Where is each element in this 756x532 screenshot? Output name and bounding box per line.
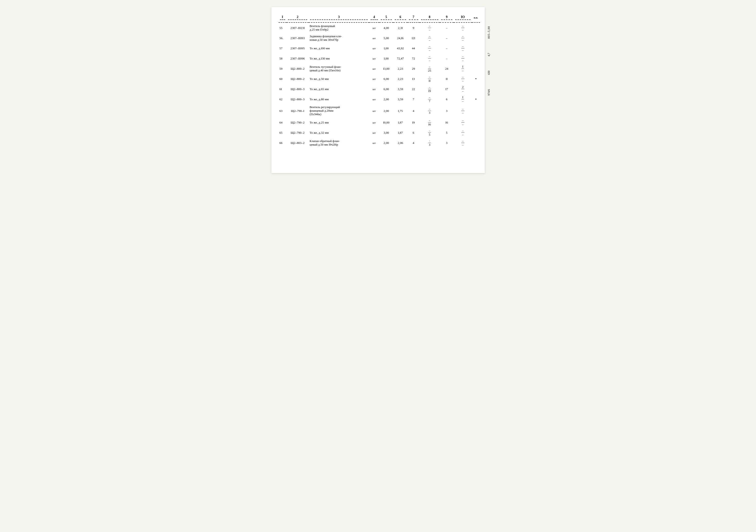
row-code: 2307–II095 [286, 43, 309, 53]
row-unit: шт [369, 23, 379, 33]
row-col9: 3 [440, 104, 454, 117]
margin-label-bottom-top: 430 [487, 71, 491, 75]
table-header: I 2 3 4 5 6 [279, 14, 480, 23]
row-price: 3,59 [393, 94, 408, 104]
row-qty: I,00 [379, 53, 393, 64]
row-col9: – [440, 23, 454, 33]
row-total: 4 [408, 138, 419, 148]
col10-header: IO [454, 14, 472, 22]
row-qty: 2,00 [379, 94, 393, 104]
row-unit: шт [369, 33, 379, 43]
row-qty: I0,00 [379, 117, 393, 127]
col5-header: 5 [379, 14, 393, 22]
col8-header: 8 [419, 14, 440, 22]
colpp-header: п.п. [472, 14, 480, 22]
col2-header: 2 [286, 14, 309, 22]
row-col9: II [440, 74, 454, 84]
row-desc: То же, д.65 мм [309, 84, 369, 94]
col6-header: 6 [393, 14, 408, 22]
row-qty: 2,00 [379, 104, 393, 117]
table-row: 59 Щ2–800–2 Вентиль чугунный флан-цевый … [279, 64, 480, 74]
row-num: 60 [279, 74, 286, 84]
table-row: 65 Щ2–790–2 То же, д.32 мм шт 3,00 I,87 … [279, 127, 480, 138]
table-row: 63 Щ2–790–I Вентиль регулирующийфланцевы… [279, 104, 480, 117]
row-col10: – – [454, 117, 472, 127]
row-unit: шт [369, 64, 379, 74]
row-col9: I7 [440, 84, 454, 94]
table-row: 57 2307–II095 То же, д.I00 мм шт I,00 43… [279, 43, 480, 53]
row-unit: шт [369, 104, 379, 117]
table-row: 56. 2307–II093 Задвижка фланцевая кли-но… [279, 33, 480, 43]
row-price: 3,59 [393, 84, 408, 94]
row-col10: – – [454, 104, 472, 117]
table-row: 62 Щ2–800–3 То же, д.80 мм шт 2,00 3,59 … [279, 94, 480, 104]
row-desc: То же, д.32 мм [309, 127, 369, 138]
row-num: 58 [279, 53, 286, 64]
table-row: 66 Щ2–803–2 Клапан обратный флан-цевый д… [279, 138, 480, 148]
row-num: 63 [279, 104, 286, 117]
row-desc: То же, д.25 мм [309, 117, 369, 127]
row-col9: – [440, 33, 454, 43]
row-unit: шт [369, 43, 379, 53]
row-desc: Вентиль регулирующийфланцевый д.20мм(I5с… [309, 104, 369, 117]
row-unit: шт [369, 94, 379, 104]
row-col8: – I6 [419, 117, 440, 127]
row-col9: – [440, 43, 454, 53]
row-code: Щ2–790–I [286, 104, 309, 117]
row-qty: 5,00 [379, 33, 393, 43]
table-row: 64 Щ2–790–2 То же, д.25 мм шт I0,00 I,87… [279, 117, 480, 127]
row-pp [472, 33, 480, 43]
margin-label-top: 805–5,88 [487, 26, 491, 39]
row-price: 24,I6 [393, 33, 408, 43]
row-col9: – [440, 53, 454, 64]
row-col10: – – [454, 53, 472, 64]
row-col8: – 5 [419, 127, 440, 138]
row-num: 57 [279, 43, 286, 53]
row-unit: шт [369, 84, 379, 94]
row-col8: – – [419, 23, 440, 33]
row-col8: – I9 [419, 84, 440, 94]
row-price: 2,06 [393, 138, 408, 148]
row-pp [472, 53, 480, 64]
row-col10: 2 – [454, 84, 472, 94]
row-num: 55 [279, 23, 286, 33]
row-col10: – – [454, 43, 472, 53]
col9-header: 9 [440, 14, 454, 22]
row-qty: 6,00 [379, 74, 393, 84]
row-col9: 6 [440, 94, 454, 104]
row-price: I,87 [393, 117, 408, 127]
row-pp [472, 138, 480, 148]
row-num: 62 [279, 94, 286, 104]
row-price: I,75 [393, 104, 408, 117]
row-col8: – – [419, 33, 440, 43]
row-col8: · 3 [419, 138, 440, 148]
header-row: I 2 3 4 5 6 [279, 14, 480, 22]
row-col9: 3 [440, 138, 454, 148]
table-row: 6I Щ2–800–3 То же, д.65 мм шт 6,00 3,59 … [279, 84, 480, 94]
row-price: 43,92 [393, 43, 408, 53]
row-desc: То же, д.80 мм [309, 94, 369, 104]
row-code: Щ2–790–2 [286, 127, 309, 138]
row-num: 65 [279, 127, 286, 138]
row-total: 29 [408, 64, 419, 74]
table-row: 58 2307–II096 То же, д.I30 мм шт I,00 72… [279, 53, 480, 64]
col4-header: 4 [369, 14, 379, 22]
row-total: 44 [408, 43, 419, 53]
row-col9: 24 [440, 64, 454, 74]
row-desc: То же, д.I30 мм [309, 53, 369, 64]
row-unit: шт [369, 53, 379, 64]
row-col10: – – [454, 74, 472, 84]
row-col8: – – [419, 43, 440, 53]
row-price: 72,47 [393, 53, 408, 64]
row-total: 4 [408, 104, 419, 117]
row-pp [472, 23, 480, 33]
row-unit: шт [369, 117, 379, 127]
row-total: 72 [408, 53, 419, 64]
row-code: Щ2–803–2 [286, 138, 309, 148]
col7-header: 7 [408, 14, 419, 22]
row-pp [472, 84, 480, 94]
row-qty: 3,00 [379, 127, 393, 138]
data-table: 55 2307–I023I Вентиль фланцевыйд.25 мм I… [279, 23, 480, 148]
row-num: 6I [279, 84, 286, 94]
row-col10: – – [454, 23, 472, 33]
